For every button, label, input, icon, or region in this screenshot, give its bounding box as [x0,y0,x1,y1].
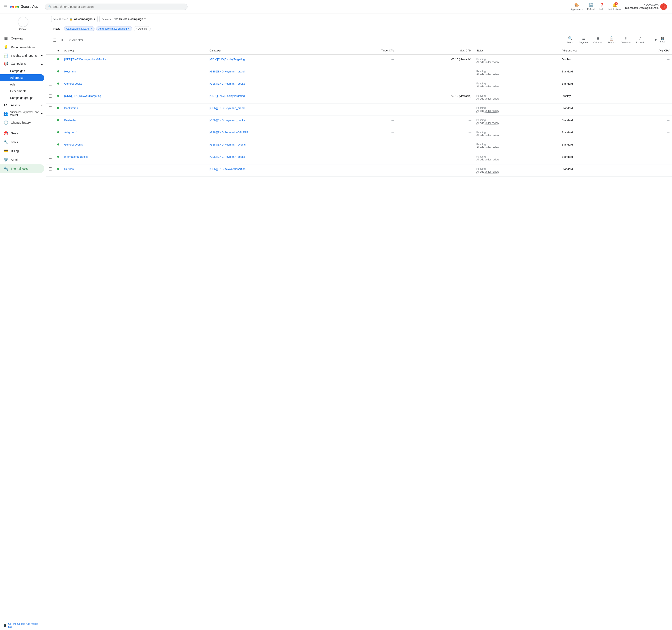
sidebar-item-change-history[interactable]: 🕐 Change history [0,118,44,127]
search-button[interactable]: 🔍 Search [565,35,576,45]
ad-group-link[interactable]: [GDN][ENG]Demographics&Topics [64,58,106,61]
view-filter-button[interactable]: View (2 filters) 🔒 All campaigns ▾ [51,16,98,22]
sidebar-sub-item-ad-groups[interactable]: Ad groups [0,74,44,81]
sidebar-item-admin[interactable]: ⚙️ Admin [0,155,44,164]
row-checkbox[interactable] [49,58,52,61]
row-max-cpm-cell: — [397,79,474,91]
row-checkbox[interactable] [49,70,52,73]
row-checkbox[interactable] [49,106,52,110]
th-status[interactable]: Status [474,47,559,55]
segment-button[interactable]: ☰ Segment [577,35,591,45]
campaign-link[interactable]: [GSN][ENG]SubmarineDELETE [210,131,248,134]
status-under-review[interactable]: All ads under review [477,122,499,125]
row-checkbox-cell [46,152,55,165]
ad-group-link[interactable]: General events [64,143,83,146]
campaign-status-chip[interactable]: Campaign status: All ✕ [64,26,95,31]
th-campaign[interactable]: Campaign [207,47,342,55]
ad-group-link[interactable]: Serums [64,167,74,171]
sidebar-item-assets[interactable]: 🗂 Assets ▾ [0,101,46,109]
status-under-review[interactable]: All ads under review [477,73,499,76]
th-ad-group-type[interactable]: Ad group type [559,47,623,55]
select-all-checkbox[interactable] [53,38,56,42]
row-max-cpm-cell: — [397,103,474,116]
more-options-button[interactable]: ⋮ [647,36,653,44]
reports-button[interactable]: 📋 Reports [605,35,618,45]
sidebar-sub-item-campaigns[interactable]: Campaigns [0,68,44,74]
status-under-review[interactable]: All ads under review [477,85,499,88]
row-checkbox[interactable] [49,119,52,122]
ad-group-link[interactable]: Heymann [64,70,76,73]
row-ad-group-type-cell: Standard [559,152,623,165]
status-under-review[interactable]: All ads under review [477,158,499,161]
status-under-review[interactable]: All ads under review [477,61,499,64]
collapse-button[interactable]: ▾ [654,37,657,43]
columns-button[interactable]: ⊞ Columns [591,35,605,45]
mobile-app-link[interactable]: 📱 Get the Google Ads mobile app [0,621,46,630]
row-checkbox[interactable] [49,94,52,98]
th-max-cpm[interactable]: Max. CPM [397,47,474,55]
refresh-button[interactable]: 🔄 Refresh [585,2,597,11]
campaign-link[interactable]: [GDN][ENG]DisplayTargeting [210,58,245,61]
hamburger-icon[interactable]: ☰ [3,4,7,9]
sidebar-item-audiences[interactable]: 👥 Audiences, keywords, and content ▾ [0,109,46,118]
th-avg-cpv[interactable]: Avg. CPV [623,47,672,55]
add-filter-chip[interactable]: + Add filter [134,26,150,31]
sidebar-item-goals[interactable]: 🎯 Goals [0,129,44,138]
ad-group-link[interactable]: International Books [64,155,88,158]
campaign-link[interactable]: [GSN][ENG]Heymann_brand [210,70,245,73]
ad-group-link[interactable]: General books [64,82,82,85]
sidebar-item-campaigns-header[interactable]: 📢 Campaigns ▴ [0,59,46,68]
goals-icon: 🎯 [3,131,8,136]
row-checkbox[interactable] [49,167,52,171]
campaigns-filter-button[interactable]: Campaigns (11) Select a campaign ▾ [99,16,148,22]
sidebar-sub-item-campaign-groups[interactable]: Campaign groups [0,95,44,101]
max-cpm-value: — [469,119,472,122]
campaign-link[interactable]: [GSN][ENG]Heymann_books [210,155,245,158]
sidebar-item-recommendations[interactable]: 💡 Recommendations [0,43,44,52]
tools-icon: 🔧 [3,140,8,144]
sidebar-item-overview[interactable]: ▦ Overview [0,34,44,43]
help-button[interactable]: ❓ Help [598,2,606,11]
status-under-review[interactable]: All ads under review [477,110,499,113]
notifications-button[interactable]: 🔔 1 Notifications [607,2,623,11]
appearance-button[interactable]: 🎨 Appearance [569,2,585,11]
save-button[interactable]: 💾 Save [658,36,667,44]
sidebar-sub-item-experiments[interactable]: Experiments [0,88,44,95]
search-input[interactable] [53,5,184,8]
create-button[interactable]: + Create [0,14,46,34]
status-under-review[interactable]: All ads under review [477,134,499,137]
th-target-cpv[interactable]: Target CPV [342,47,397,55]
status-dot [57,107,59,109]
status-under-review[interactable]: All ads under review [477,97,499,100]
campaign-link[interactable]: [GSN][ENG]Heymann_books [210,119,245,122]
campaign-link[interactable]: [GSN][ENG]KeywordInsertion [210,167,245,171]
campaign-link[interactable]: [GSN][ENG]Heymann_events [210,143,246,146]
sidebar-sub-item-ads[interactable]: Ads [0,81,44,88]
user-section[interactable]: 790-608-0935 lisa.schaefer.mcc@gmail.com… [623,2,669,11]
th-ad-group[interactable]: Ad group [62,47,207,55]
campaign-link[interactable]: [GSN][ENG]Heymann_books [210,82,245,85]
campaign-status-close-icon[interactable]: ✕ [90,27,92,30]
campaign-link[interactable]: [GDN][ENG]DisplayTargeting [210,94,245,97]
ad-group-status-chip[interactable]: Ad group status: Enabled ✕ [96,26,132,31]
expand-button[interactable]: ⤢ Expand [634,35,646,45]
row-checkbox[interactable] [49,131,52,134]
download-button[interactable]: ⬇ Download [619,35,633,45]
status-under-review[interactable]: All ads under review [477,170,499,173]
ad-group-link[interactable]: Bookstores [64,106,78,110]
ad-group-link[interactable]: Bestseller [64,119,76,122]
row-checkbox[interactable] [49,82,52,86]
sidebar-item-billing[interactable]: 💳 Billing [0,147,44,155]
status-under-review[interactable]: All ads under review [477,146,499,149]
sidebar-item-insights[interactable]: 📊 Insights and reports ▾ [0,52,46,59]
campaign-link[interactable]: [GSN][ENG]Heymann_brand [210,106,245,110]
row-checkbox[interactable] [49,143,52,146]
sidebar-item-internal-tools[interactable]: 🔩 Internal tools [0,164,44,173]
add-filter-toolbar-button[interactable]: ▽ Add filter [66,37,86,43]
ad-group-link[interactable]: [GDN][ENG]KeywordTargeting [64,94,101,97]
ad-group-status-close-icon[interactable]: ✕ [128,27,130,30]
ad-group-link[interactable]: Ad group 1 [64,131,78,134]
sidebar-item-tools[interactable]: 🔧 Tools [0,138,44,147]
row-ad-group-type-cell: Standard [559,140,623,152]
row-checkbox[interactable] [49,155,52,159]
